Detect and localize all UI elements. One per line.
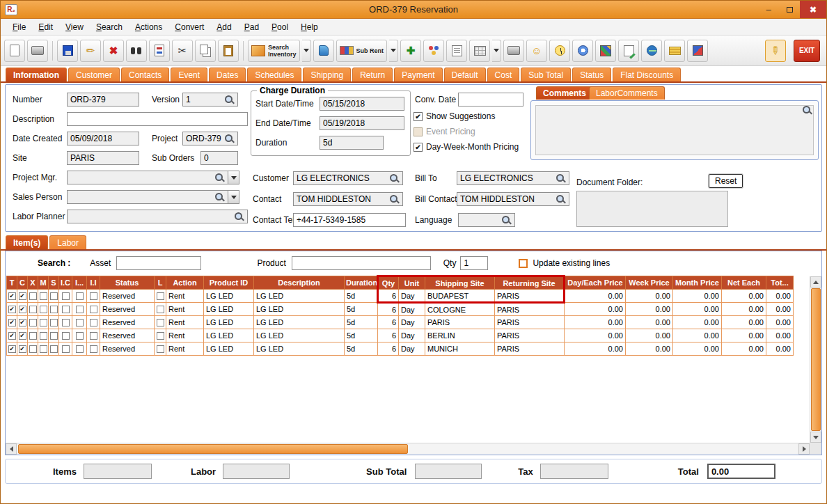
- total-field[interactable]: 0.00: [707, 464, 775, 479]
- cell-shipping-site[interactable]: PARIS: [425, 316, 495, 329]
- cell-qty[interactable]: 6: [378, 342, 399, 356]
- tab-return[interactable]: Return: [352, 68, 393, 81]
- grid-dropdown[interactable]: [492, 40, 501, 62]
- cell-product-id[interactable]: LG LED: [204, 303, 254, 316]
- cell-action[interactable]: Rent: [166, 342, 204, 356]
- grid-button[interactable]: [469, 40, 490, 62]
- cell-check[interactable]: [87, 329, 100, 342]
- cell-month-price[interactable]: 0.00: [673, 342, 722, 356]
- cell-check[interactable]: ✔: [17, 290, 28, 303]
- cell-check[interactable]: ✔: [7, 342, 17, 356]
- tab-cost[interactable]: Cost: [487, 68, 520, 81]
- row-checkbox[interactable]: [29, 345, 37, 353]
- cell-returning-site[interactable]: PARIS: [495, 342, 565, 356]
- cell-product-id[interactable]: LG LED: [204, 290, 254, 303]
- tab-flat-discounts[interactable]: Flat Discounts: [613, 68, 681, 81]
- row-checkbox[interactable]: [40, 306, 47, 313]
- smiley-button[interactable]: ☺: [526, 40, 547, 62]
- conv-date-field[interactable]: [458, 93, 523, 107]
- minimize-button[interactable]: –: [758, 1, 779, 18]
- row-checkbox[interactable]: [62, 319, 70, 326]
- cell-check[interactable]: ✔: [7, 329, 17, 342]
- cell-status[interactable]: Reserved: [100, 342, 155, 356]
- cell-unit[interactable]: Day: [399, 316, 425, 329]
- cell-tot[interactable]: 0.00: [766, 342, 794, 356]
- row-checkbox[interactable]: [157, 292, 164, 300]
- menu-item-pad[interactable]: Pad: [238, 20, 265, 34]
- cell-product-id[interactable]: LG LED: [204, 316, 254, 329]
- search-inventory-button[interactable]: SearchInventory: [248, 40, 300, 62]
- cell-unit[interactable]: Day: [399, 303, 425, 316]
- show-suggestions-checkbox[interactable]: ✔ Show Suggestions: [414, 111, 495, 121]
- row-checkbox[interactable]: [29, 319, 37, 326]
- cell-status[interactable]: Reserved: [100, 290, 155, 303]
- cell-week-price[interactable]: 0.00: [626, 303, 673, 316]
- search-icon[interactable]: [214, 173, 225, 183]
- cell-day-each-price[interactable]: 0.00: [565, 329, 626, 342]
- copy-button[interactable]: [195, 40, 216, 62]
- cell-month-price[interactable]: 0.00: [673, 316, 722, 329]
- cell-returning-site[interactable]: PARIS: [495, 303, 565, 316]
- col-header-unit[interactable]: Unit: [399, 276, 425, 290]
- menu-item-actions[interactable]: Actions: [129, 20, 168, 34]
- row-checkbox[interactable]: [40, 319, 47, 326]
- cell-check[interactable]: [72, 316, 87, 329]
- start-date-field[interactable]: 05/15/2018: [320, 97, 404, 111]
- cell-duration[interactable]: 5d: [345, 342, 378, 356]
- search-icon[interactable]: [224, 134, 235, 144]
- search-icon[interactable]: [389, 173, 400, 184]
- cell-check[interactable]: ✔: [7, 303, 17, 316]
- cell-tot[interactable]: 0.00: [766, 290, 794, 303]
- cell-check[interactable]: [38, 303, 49, 316]
- row-checkbox[interactable]: [157, 345, 164, 353]
- cell-check[interactable]: [72, 303, 87, 316]
- cell-check[interactable]: [28, 316, 38, 329]
- row-checkbox[interactable]: [62, 332, 70, 340]
- cell-check[interactable]: [28, 290, 38, 303]
- row-checkbox[interactable]: [50, 306, 58, 313]
- row-checkbox[interactable]: [40, 345, 47, 353]
- tab-sub-total[interactable]: Sub Total: [521, 68, 571, 81]
- search-icon[interactable]: [556, 194, 566, 205]
- find-button[interactable]: [126, 40, 147, 62]
- row-checkbox[interactable]: [76, 306, 84, 313]
- tab-labor[interactable]: Labor: [49, 235, 86, 249]
- row-checkbox[interactable]: [90, 332, 97, 340]
- pool-button[interactable]: [423, 40, 444, 62]
- cell-check[interactable]: [87, 342, 100, 356]
- col-header-net-each[interactable]: Net Each: [722, 276, 766, 290]
- col-header-l[interactable]: L: [155, 276, 166, 290]
- search-inventory-dropdown[interactable]: [302, 40, 311, 62]
- cell-check[interactable]: ✔: [7, 316, 17, 329]
- menu-item-convert[interactable]: Convert: [168, 20, 210, 34]
- cell-l[interactable]: [155, 316, 166, 329]
- cell-status[interactable]: Reserved: [100, 303, 155, 316]
- col-header-action[interactable]: Action: [166, 276, 204, 290]
- cell-l[interactable]: [155, 303, 166, 316]
- col-header-i[interactable]: I...: [72, 276, 87, 290]
- col-header-m[interactable]: M: [38, 276, 49, 290]
- row-checkbox[interactable]: [62, 292, 70, 300]
- col-header-product-id[interactable]: Product ID: [204, 276, 254, 290]
- labor-planner-field[interactable]: [67, 210, 248, 223]
- cell-check[interactable]: [38, 329, 49, 342]
- cell-l[interactable]: [155, 342, 166, 356]
- print-form-button[interactable]: [503, 40, 524, 62]
- row-checkbox[interactable]: ✔: [19, 345, 26, 353]
- row-checkbox[interactable]: [62, 306, 70, 313]
- cell-net-each[interactable]: 0.00: [722, 290, 766, 303]
- new-button[interactable]: [4, 40, 25, 62]
- customer-field[interactable]: LG ELECTRONICS: [293, 171, 403, 185]
- globe-button[interactable]: [641, 40, 662, 62]
- row-checkbox[interactable]: [29, 332, 37, 340]
- site-field[interactable]: PARIS: [67, 151, 139, 165]
- horizontal-scroll-thumb[interactable]: [18, 444, 408, 454]
- col-header-c[interactable]: C: [17, 276, 28, 290]
- cell-net-each[interactable]: 0.00: [722, 329, 766, 342]
- cell-unit[interactable]: Day: [399, 290, 425, 303]
- row-checkbox[interactable]: [90, 345, 97, 353]
- cell-check[interactable]: [87, 290, 100, 303]
- cell-description[interactable]: LG LED: [254, 316, 345, 329]
- cell-status[interactable]: Reserved: [100, 316, 155, 329]
- row-checkbox[interactable]: [90, 306, 97, 313]
